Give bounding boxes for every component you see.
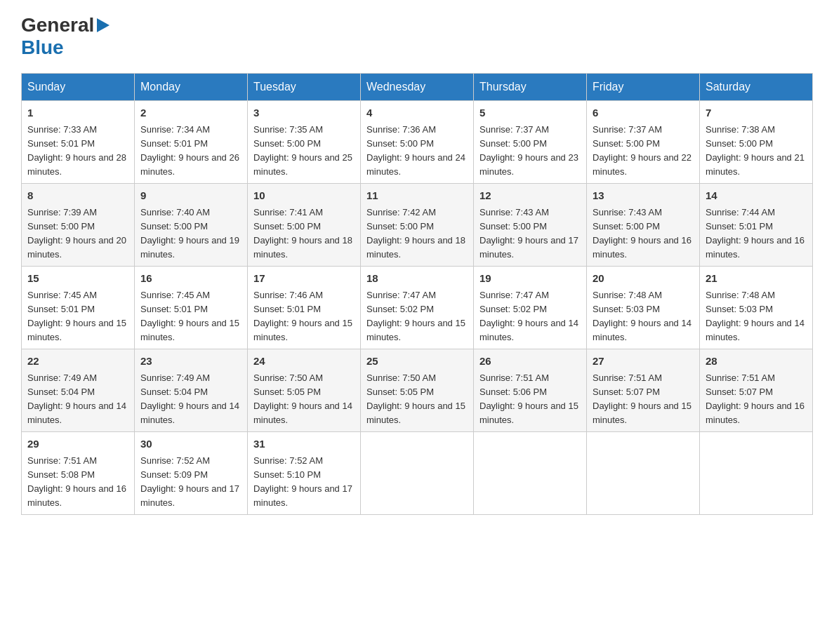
day-number: 25: [366, 354, 468, 370]
day-number: 11: [366, 188, 468, 204]
day-info: Sunrise: 7:50 AMSunset: 5:05 PMDaylight:…: [253, 373, 352, 425]
calendar-cell: 2 Sunrise: 7:34 AMSunset: 5:01 PMDayligh…: [135, 101, 248, 184]
calendar-cell: 22 Sunrise: 7:49 AMSunset: 5:04 PMDaylig…: [22, 349, 135, 432]
calendar-cell: 7 Sunrise: 7:38 AMSunset: 5:00 PMDayligh…: [700, 101, 813, 184]
calendar-cell: 9 Sunrise: 7:40 AMSunset: 5:00 PMDayligh…: [135, 184, 248, 267]
day-info: Sunrise: 7:43 AMSunset: 5:00 PMDaylight:…: [479, 207, 578, 260]
day-number: 31: [253, 436, 355, 452]
day-info: Sunrise: 7:51 AMSunset: 5:06 PMDaylight:…: [479, 373, 578, 425]
calendar-cell: 16 Sunrise: 7:45 AMSunset: 5:01 PMDaylig…: [135, 267, 248, 349]
calendar-cell: 12 Sunrise: 7:43 AMSunset: 5:00 PMDaylig…: [474, 184, 587, 267]
calendar-table: SundayMondayTuesdayWednesdayThursdayFrid…: [21, 73, 813, 515]
col-header-tuesday: Tuesday: [248, 74, 361, 101]
day-info: Sunrise: 7:33 AMSunset: 5:01 PMDaylight:…: [27, 124, 126, 177]
calendar-week-row: 8 Sunrise: 7:39 AMSunset: 5:00 PMDayligh…: [22, 184, 813, 267]
day-info: Sunrise: 7:37 AMSunset: 5:00 PMDaylight:…: [479, 124, 578, 177]
day-info: Sunrise: 7:45 AMSunset: 5:01 PMDaylight:…: [27, 290, 126, 342]
calendar-cell: 10 Sunrise: 7:41 AMSunset: 5:00 PMDaylig…: [248, 184, 361, 267]
day-number: 2: [140, 105, 241, 121]
day-number: 10: [253, 188, 355, 204]
day-number: 15: [27, 271, 128, 287]
calendar-cell: 29 Sunrise: 7:51 AMSunset: 5:08 PMDaylig…: [22, 432, 135, 515]
calendar-cell: 3 Sunrise: 7:35 AMSunset: 5:00 PMDayligh…: [248, 101, 361, 184]
day-info: Sunrise: 7:50 AMSunset: 5:05 PMDaylight:…: [366, 373, 465, 425]
col-header-wednesday: Wednesday: [361, 74, 474, 101]
day-number: 6: [593, 105, 694, 121]
day-info: Sunrise: 7:48 AMSunset: 5:03 PMDaylight:…: [706, 290, 805, 342]
logo-general-text: General: [21, 14, 94, 36]
calendar-week-row: 1 Sunrise: 7:33 AMSunset: 5:01 PMDayligh…: [22, 101, 813, 184]
day-number: 3: [253, 105, 355, 121]
col-header-thursday: Thursday: [474, 74, 587, 101]
calendar-week-row: 22 Sunrise: 7:49 AMSunset: 5:04 PMDaylig…: [22, 349, 813, 432]
day-info: Sunrise: 7:52 AMSunset: 5:09 PMDaylight:…: [140, 455, 239, 508]
day-number: 27: [593, 354, 694, 370]
day-number: 4: [366, 105, 468, 121]
calendar-cell: 26 Sunrise: 7:51 AMSunset: 5:06 PMDaylig…: [474, 349, 587, 432]
calendar-cell: 15 Sunrise: 7:45 AMSunset: 5:01 PMDaylig…: [22, 267, 135, 349]
day-info: Sunrise: 7:51 AMSunset: 5:07 PMDaylight:…: [706, 373, 805, 425]
calendar-cell: 24 Sunrise: 7:50 AMSunset: 5:05 PMDaylig…: [248, 349, 361, 432]
day-number: 22: [27, 354, 128, 370]
calendar-cell: 31 Sunrise: 7:52 AMSunset: 5:10 PMDaylig…: [248, 432, 361, 515]
calendar-cell: 23 Sunrise: 7:49 AMSunset: 5:04 PMDaylig…: [135, 349, 248, 432]
day-number: 19: [479, 271, 581, 287]
calendar-cell: 25 Sunrise: 7:50 AMSunset: 5:05 PMDaylig…: [361, 349, 474, 432]
day-info: Sunrise: 7:34 AMSunset: 5:01 PMDaylight:…: [140, 124, 239, 177]
calendar-cell: 28 Sunrise: 7:51 AMSunset: 5:07 PMDaylig…: [700, 349, 813, 432]
day-number: 5: [479, 105, 581, 121]
day-number: 17: [253, 271, 355, 287]
day-info: Sunrise: 7:40 AMSunset: 5:00 PMDaylight:…: [140, 207, 239, 260]
day-number: 12: [479, 188, 581, 204]
calendar-cell: 6 Sunrise: 7:37 AMSunset: 5:00 PMDayligh…: [587, 101, 700, 184]
calendar-cell: 20 Sunrise: 7:48 AMSunset: 5:03 PMDaylig…: [587, 267, 700, 349]
calendar-week-row: 15 Sunrise: 7:45 AMSunset: 5:01 PMDaylig…: [22, 267, 813, 349]
day-info: Sunrise: 7:35 AMSunset: 5:00 PMDaylight:…: [253, 124, 352, 177]
day-info: Sunrise: 7:47 AMSunset: 5:02 PMDaylight:…: [366, 290, 465, 342]
calendar-cell: [587, 432, 700, 515]
calendar-cell: 5 Sunrise: 7:37 AMSunset: 5:00 PMDayligh…: [474, 101, 587, 184]
calendar-week-row: 29 Sunrise: 7:51 AMSunset: 5:08 PMDaylig…: [22, 432, 813, 515]
col-header-friday: Friday: [587, 74, 700, 101]
day-number: 7: [706, 105, 807, 121]
day-info: Sunrise: 7:41 AMSunset: 5:00 PMDaylight:…: [253, 207, 352, 260]
day-number: 18: [366, 271, 468, 287]
day-info: Sunrise: 7:49 AMSunset: 5:04 PMDaylight:…: [140, 373, 239, 425]
day-info: Sunrise: 7:42 AMSunset: 5:00 PMDaylight:…: [366, 207, 465, 260]
col-header-sunday: Sunday: [22, 74, 135, 101]
day-info: Sunrise: 7:36 AMSunset: 5:00 PMDaylight:…: [366, 124, 465, 177]
calendar-cell: 17 Sunrise: 7:46 AMSunset: 5:01 PMDaylig…: [248, 267, 361, 349]
day-info: Sunrise: 7:52 AMSunset: 5:10 PMDaylight:…: [253, 455, 352, 508]
calendar-cell: 8 Sunrise: 7:39 AMSunset: 5:00 PMDayligh…: [22, 184, 135, 267]
logo-blue-text: Blue: [21, 36, 64, 58]
day-info: Sunrise: 7:46 AMSunset: 5:01 PMDaylight:…: [253, 290, 352, 342]
day-info: Sunrise: 7:44 AMSunset: 5:01 PMDaylight:…: [706, 207, 805, 260]
page-header: General Blue: [21, 14, 813, 59]
day-number: 21: [706, 271, 807, 287]
col-header-monday: Monday: [135, 74, 248, 101]
calendar-cell: 30 Sunrise: 7:52 AMSunset: 5:09 PMDaylig…: [135, 432, 248, 515]
day-info: Sunrise: 7:47 AMSunset: 5:02 PMDaylight:…: [479, 290, 578, 342]
day-number: 30: [140, 436, 241, 452]
day-number: 13: [593, 188, 694, 204]
day-number: 26: [479, 354, 581, 370]
calendar-cell: 27 Sunrise: 7:51 AMSunset: 5:07 PMDaylig…: [587, 349, 700, 432]
day-number: 16: [140, 271, 241, 287]
day-number: 23: [140, 354, 241, 370]
calendar-cell: 11 Sunrise: 7:42 AMSunset: 5:00 PMDaylig…: [361, 184, 474, 267]
day-info: Sunrise: 7:51 AMSunset: 5:07 PMDaylight:…: [593, 373, 691, 425]
svg-marker-0: [97, 18, 110, 32]
day-info: Sunrise: 7:37 AMSunset: 5:00 PMDaylight:…: [593, 124, 691, 177]
day-info: Sunrise: 7:48 AMSunset: 5:03 PMDaylight:…: [593, 290, 691, 342]
calendar-cell: [474, 432, 587, 515]
day-number: 29: [27, 436, 128, 452]
day-number: 20: [593, 271, 694, 287]
day-number: 9: [140, 188, 241, 204]
day-number: 24: [253, 354, 355, 370]
day-info: Sunrise: 7:45 AMSunset: 5:01 PMDaylight:…: [140, 290, 239, 342]
day-number: 8: [27, 188, 128, 204]
day-info: Sunrise: 7:51 AMSunset: 5:08 PMDaylight:…: [27, 455, 126, 508]
col-header-saturday: Saturday: [700, 74, 813, 101]
calendar-cell: 4 Sunrise: 7:36 AMSunset: 5:00 PMDayligh…: [361, 101, 474, 184]
day-info: Sunrise: 7:38 AMSunset: 5:00 PMDaylight:…: [706, 124, 805, 177]
